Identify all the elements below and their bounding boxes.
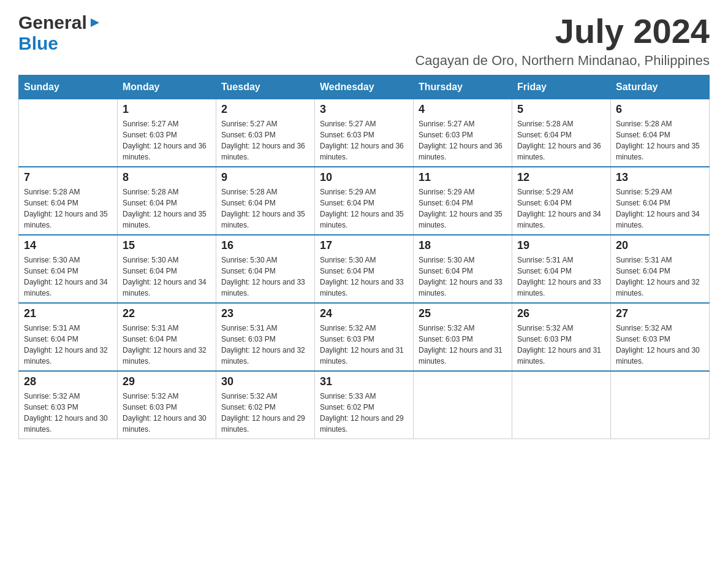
table-row	[19, 99, 118, 167]
table-row	[611, 371, 710, 439]
day-number: 3	[320, 103, 408, 116]
table-row: 25Sunrise: 5:32 AM Sunset: 6:03 PM Dayli…	[414, 303, 512, 371]
day-number: 17	[320, 239, 408, 252]
day-info: Sunrise: 5:29 AM Sunset: 6:04 PM Dayligh…	[419, 186, 507, 231]
day-number: 7	[24, 171, 112, 184]
day-number: 25	[419, 307, 507, 320]
table-row: 1Sunrise: 5:27 AM Sunset: 6:03 PM Daylig…	[118, 99, 216, 167]
table-row: 26Sunrise: 5:32 AM Sunset: 6:03 PM Dayli…	[512, 303, 611, 371]
logo: General Blue	[18, 12, 102, 54]
day-number: 10	[320, 171, 408, 184]
day-info: Sunrise: 5:27 AM Sunset: 6:03 PM Dayligh…	[320, 118, 408, 163]
day-info: Sunrise: 5:27 AM Sunset: 6:03 PM Dayligh…	[419, 118, 507, 163]
day-info: Sunrise: 5:31 AM Sunset: 6:04 PM Dayligh…	[616, 255, 704, 299]
table-row: 14Sunrise: 5:30 AM Sunset: 6:04 PM Dayli…	[19, 235, 118, 303]
day-info: Sunrise: 5:28 AM Sunset: 6:04 PM Dayligh…	[123, 186, 211, 231]
day-number: 14	[24, 239, 112, 252]
calendar-header-row: Sunday Monday Tuesday Wednesday Thursday…	[19, 75, 710, 99]
calendar-week-row: 14Sunrise: 5:30 AM Sunset: 6:04 PM Dayli…	[19, 235, 710, 303]
day-number: 8	[123, 171, 211, 184]
day-number: 30	[221, 375, 309, 388]
day-number: 2	[221, 103, 309, 116]
day-info: Sunrise: 5:30 AM Sunset: 6:04 PM Dayligh…	[221, 255, 309, 299]
table-row: 16Sunrise: 5:30 AM Sunset: 6:04 PM Dayli…	[216, 235, 315, 303]
day-info: Sunrise: 5:33 AM Sunset: 6:02 PM Dayligh…	[320, 391, 408, 435]
table-row: 27Sunrise: 5:32 AM Sunset: 6:03 PM Dayli…	[611, 303, 710, 371]
day-number: 31	[320, 375, 408, 388]
calendar-week-row: 28Sunrise: 5:32 AM Sunset: 6:03 PM Dayli…	[19, 371, 710, 439]
day-number: 15	[123, 239, 211, 252]
day-number: 12	[517, 171, 605, 184]
day-info: Sunrise: 5:32 AM Sunset: 6:03 PM Dayligh…	[616, 323, 704, 367]
month-title: July 2024	[415, 12, 710, 50]
day-info: Sunrise: 5:27 AM Sunset: 6:03 PM Dayligh…	[123, 118, 211, 163]
table-row: 11Sunrise: 5:29 AM Sunset: 6:04 PM Dayli…	[414, 167, 512, 235]
location-subtitle: Cagayan de Oro, Northern Mindanao, Phili…	[415, 53, 710, 69]
table-row: 12Sunrise: 5:29 AM Sunset: 6:04 PM Dayli…	[512, 167, 611, 235]
day-number: 23	[221, 307, 309, 320]
col-monday: Monday	[118, 75, 216, 99]
day-number: 16	[221, 239, 309, 252]
table-row: 4Sunrise: 5:27 AM Sunset: 6:03 PM Daylig…	[414, 99, 512, 167]
day-info: Sunrise: 5:30 AM Sunset: 6:04 PM Dayligh…	[24, 255, 112, 299]
day-number: 28	[24, 375, 112, 388]
table-row: 2Sunrise: 5:27 AM Sunset: 6:03 PM Daylig…	[216, 99, 315, 167]
day-number: 6	[616, 103, 704, 116]
logo-blue-text: Blue	[18, 33, 58, 54]
table-row: 17Sunrise: 5:30 AM Sunset: 6:04 PM Dayli…	[315, 235, 414, 303]
day-info: Sunrise: 5:29 AM Sunset: 6:04 PM Dayligh…	[320, 186, 408, 231]
table-row: 28Sunrise: 5:32 AM Sunset: 6:03 PM Dayli…	[19, 371, 118, 439]
table-row: 24Sunrise: 5:32 AM Sunset: 6:03 PM Dayli…	[315, 303, 414, 371]
table-row: 6Sunrise: 5:28 AM Sunset: 6:04 PM Daylig…	[611, 99, 710, 167]
table-row: 21Sunrise: 5:31 AM Sunset: 6:04 PM Dayli…	[19, 303, 118, 371]
table-row: 3Sunrise: 5:27 AM Sunset: 6:03 PM Daylig…	[315, 99, 414, 167]
day-info: Sunrise: 5:32 AM Sunset: 6:03 PM Dayligh…	[419, 323, 507, 367]
table-row: 10Sunrise: 5:29 AM Sunset: 6:04 PM Dayli…	[315, 167, 414, 235]
table-row: 9Sunrise: 5:28 AM Sunset: 6:04 PM Daylig…	[216, 167, 315, 235]
day-info: Sunrise: 5:27 AM Sunset: 6:03 PM Dayligh…	[221, 118, 309, 163]
day-number: 13	[616, 171, 704, 184]
day-number: 26	[517, 307, 605, 320]
table-row: 29Sunrise: 5:32 AM Sunset: 6:03 PM Dayli…	[118, 371, 216, 439]
day-number: 1	[123, 103, 211, 116]
day-info: Sunrise: 5:31 AM Sunset: 6:04 PM Dayligh…	[123, 323, 211, 367]
day-number: 4	[419, 103, 507, 116]
day-info: Sunrise: 5:28 AM Sunset: 6:04 PM Dayligh…	[616, 118, 704, 163]
day-info: Sunrise: 5:30 AM Sunset: 6:04 PM Dayligh…	[419, 255, 507, 299]
day-number: 21	[24, 307, 112, 320]
table-row: 20Sunrise: 5:31 AM Sunset: 6:04 PM Dayli…	[611, 235, 710, 303]
table-row: 13Sunrise: 5:29 AM Sunset: 6:04 PM Dayli…	[611, 167, 710, 235]
table-row: 30Sunrise: 5:32 AM Sunset: 6:02 PM Dayli…	[216, 371, 315, 439]
table-row	[414, 371, 512, 439]
day-info: Sunrise: 5:32 AM Sunset: 6:03 PM Dayligh…	[123, 391, 211, 435]
day-number: 20	[616, 239, 704, 252]
logo-triangle-icon	[88, 16, 102, 29]
table-row: 15Sunrise: 5:30 AM Sunset: 6:04 PM Dayli…	[118, 235, 216, 303]
day-info: Sunrise: 5:29 AM Sunset: 6:04 PM Dayligh…	[616, 186, 704, 231]
table-row: 5Sunrise: 5:28 AM Sunset: 6:04 PM Daylig…	[512, 99, 611, 167]
logo-general-text: General	[18, 12, 87, 33]
day-info: Sunrise: 5:28 AM Sunset: 6:04 PM Dayligh…	[517, 118, 605, 163]
day-number: 5	[517, 103, 605, 116]
day-info: Sunrise: 5:31 AM Sunset: 6:04 PM Dayligh…	[517, 255, 605, 299]
table-row: 8Sunrise: 5:28 AM Sunset: 6:04 PM Daylig…	[118, 167, 216, 235]
day-info: Sunrise: 5:32 AM Sunset: 6:03 PM Dayligh…	[517, 323, 605, 367]
day-info: Sunrise: 5:28 AM Sunset: 6:04 PM Dayligh…	[24, 186, 112, 231]
day-info: Sunrise: 5:30 AM Sunset: 6:04 PM Dayligh…	[123, 255, 211, 299]
calendar-week-row: 1Sunrise: 5:27 AM Sunset: 6:03 PM Daylig…	[19, 99, 710, 167]
day-number: 29	[123, 375, 211, 388]
day-number: 22	[123, 307, 211, 320]
day-info: Sunrise: 5:28 AM Sunset: 6:04 PM Dayligh…	[221, 186, 309, 231]
table-row	[512, 371, 611, 439]
day-info: Sunrise: 5:32 AM Sunset: 6:02 PM Dayligh…	[221, 391, 309, 435]
table-row: 19Sunrise: 5:31 AM Sunset: 6:04 PM Dayli…	[512, 235, 611, 303]
day-number: 24	[320, 307, 408, 320]
table-row: 18Sunrise: 5:30 AM Sunset: 6:04 PM Dayli…	[414, 235, 512, 303]
day-number: 18	[419, 239, 507, 252]
calendar-table: Sunday Monday Tuesday Wednesday Thursday…	[18, 75, 710, 439]
table-row: 22Sunrise: 5:31 AM Sunset: 6:04 PM Dayli…	[118, 303, 216, 371]
col-saturday: Saturday	[611, 75, 710, 99]
day-number: 9	[221, 171, 309, 184]
day-info: Sunrise: 5:32 AM Sunset: 6:03 PM Dayligh…	[320, 323, 408, 367]
day-info: Sunrise: 5:29 AM Sunset: 6:04 PM Dayligh…	[517, 186, 605, 231]
